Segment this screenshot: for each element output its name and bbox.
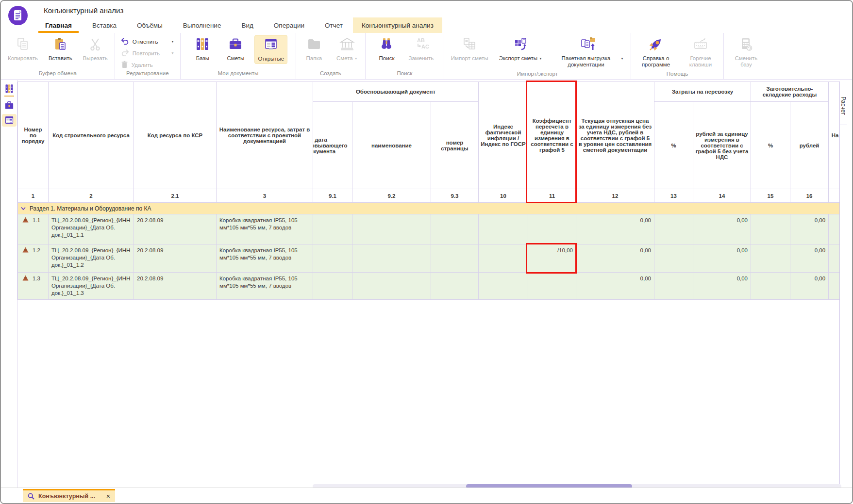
resource-code-cell[interactable]: ТЦ_20.2.08.09_{Регион}_{ИНН Организации}… [49,214,134,244]
warehouse-rub-cell[interactable]: 0,00 [790,214,829,244]
page-number-cell[interactable] [431,214,479,244]
resource-name-cell[interactable]: Коробка квадратная IP55, 105 мм*105 мм*5… [217,244,313,273]
ribbon-group-help: Справка о программе Горя [631,33,724,79]
create-estimate-button[interactable]: Смета▼ [333,35,361,63]
row-number: 1.1 [33,217,40,224]
replace-button[interactable]: AB AC Заменить [405,35,436,63]
undo-dropdown-icon[interactable]: ▼ [171,40,174,43]
price-cell[interactable]: 0,00 [576,273,654,300]
transport-percent-cell[interactable] [654,244,693,273]
batch-export-dropdown-icon[interactable]: ▼ [620,55,624,61]
undo-button[interactable]: Отменить ▼ [121,37,174,46]
transport-percent-cell[interactable] [654,214,693,244]
ksr-code-cell[interactable]: 20.2.08.09 [134,214,217,244]
page-number-cell[interactable] [431,273,479,300]
export-estimate-dropdown-icon[interactable]: ▼ [539,55,542,61]
change-database-button[interactable]: Сменить базу [729,35,764,70]
warehouse-rub-cell[interactable]: 0,00 [790,273,829,300]
menu-tab-operations[interactable]: Операции [264,17,315,33]
paste-button[interactable]: Вставить [46,35,75,63]
inflation-index-cell[interactable] [479,244,528,273]
group-label-search: Поиск [397,69,412,78]
search-button[interactable]: Поиск [372,35,401,63]
col-group-warehouse-costs: Заготовительно-складские расходы [751,82,829,102]
menu-tab-view[interactable]: Вид [231,17,263,33]
warehouse-percent-cell[interactable] [751,273,790,300]
table-row[interactable]: 1.2 ТЦ_20.2.08.09_{Регион}_{ИНН Организа… [18,244,842,273]
open-docs-button[interactable]: Открытые [254,35,287,64]
warehouse-rub-cell[interactable]: 0,00 [790,244,829,273]
col-header-transport-rub: рублей за единицу измерения в соответств… [693,102,751,189]
cut-button[interactable]: Вырезать [80,35,111,63]
coefficient-cell[interactable]: /10,00 [528,244,576,273]
delete-button[interactable]: Удалить [121,61,174,69]
row-number: 1.3 [33,275,40,282]
row-number: 1.2 [33,247,40,254]
folder-button[interactable]: Папка [300,35,328,63]
estimates-button[interactable]: Сметы [221,35,250,63]
bank-icon [339,36,355,54]
bases-mini-icon [4,84,15,94]
transport-percent-cell[interactable] [654,273,693,300]
close-icon[interactable]: × [106,492,110,500]
doc-date-cell[interactable] [313,214,352,244]
bases-button[interactable]: Базы [188,35,217,63]
ksr-code-cell[interactable]: 20.2.08.09 [134,244,217,273]
resource-code-cell[interactable]: ТЦ_20.2.08.09_{Регион}_{ИНН Организации}… [49,273,134,300]
doc-date-cell[interactable] [313,273,352,300]
menu-tab-report[interactable]: Отчет [315,17,353,33]
coefficient-cell[interactable] [528,214,576,244]
inflation-index-cell[interactable] [479,273,528,300]
col-header-order-number: Номер по порядку [18,82,49,189]
doc-name-cell[interactable] [352,244,431,273]
doc-date-cell[interactable] [313,244,352,273]
hotkeys-button[interactable]: Горячие клавиши [682,35,719,70]
create-estimate-dropdown-icon[interactable]: ▼ [354,55,358,61]
resource-code-cell[interactable]: ТЦ_20.2.08.09_{Регион}_{ИНН Организации}… [49,244,134,273]
svg-text:AC: AC [421,44,429,49]
ksr-code-cell[interactable]: 20.2.08.09 [134,273,217,300]
menu-tab-home[interactable]: Главная [35,17,82,33]
section-row[interactable]: Раздел 1. Материалы и Оборудование по КА [18,203,842,214]
redo-button[interactable]: Повторить ▼ [121,49,174,57]
resource-name-cell[interactable]: Коробка квадратная IP55, 105 мм*105 мм*5… [217,273,313,300]
rail-bases-button[interactable] [2,82,17,95]
redo-dropdown-icon[interactable]: ▼ [171,51,174,55]
document-tab-market-analysis[interactable]: Конъюнктурный ... × [23,489,115,502]
app-logo-icon [8,5,28,26]
help-button[interactable]: Справка о программе [635,35,677,70]
menu-tab-market-analysis[interactable]: Конъюнктурный анализ [353,17,442,33]
menu-tab-volumes[interactable]: Объёмы [127,17,173,33]
resource-name-cell[interactable]: Коробка квадратная IP55, 105 мм*105 мм*5… [217,214,313,244]
transport-rub-cell[interactable]: 0,00 [693,244,751,273]
estimates-mini-icon [4,100,15,110]
inflation-index-cell[interactable] [479,214,528,244]
calc-panel-tab[interactable]: Расчет [840,87,847,125]
export-estimate-button[interactable]: Экспорт сметы▼ [496,35,545,63]
page-number-cell[interactable] [431,244,479,273]
batch-export-button[interactable]: Пакетная выгрузка документации▼ [550,35,627,70]
doc-name-cell[interactable] [352,273,431,300]
rail-open-docs-button[interactable] [2,114,17,127]
menu-tab-insert[interactable]: Вставка [82,17,127,33]
transport-rub-cell[interactable]: 0,00 [693,214,751,244]
price-cell[interactable]: 0,00 [576,244,654,273]
chevron-down-icon[interactable] [21,207,26,211]
doc-name-cell[interactable] [352,214,431,244]
table-row[interactable]: 1.3 ТЦ_20.2.08.09_{Регион}_{ИНН Организа… [18,273,842,300]
batch-export-icon [580,36,597,54]
warehouse-percent-cell[interactable] [751,244,790,273]
import-estimate-button[interactable]: Импорт сметы [448,35,491,63]
coefficient-cell[interactable] [528,273,576,300]
ribbon-toolbar: Копировать Вставить [1,33,852,80]
copy-button[interactable]: Копировать [5,35,41,63]
col-header-inflation-index: Индекс фактической инфляции / Индекс по … [479,82,528,189]
col-header-transport-percent: % [654,102,693,189]
menu-tab-execution[interactable]: Выполнение [173,17,232,33]
rail-estimates-button[interactable] [2,99,17,112]
price-cell[interactable]: 0,00 [576,214,654,244]
transport-rub-cell[interactable]: 0,00 [693,273,751,300]
import-icon [462,36,477,54]
table-row[interactable]: 1.1 ТЦ_20.2.08.09_{Регион}_{ИНН Организа… [18,214,842,244]
warehouse-percent-cell[interactable] [751,214,790,244]
